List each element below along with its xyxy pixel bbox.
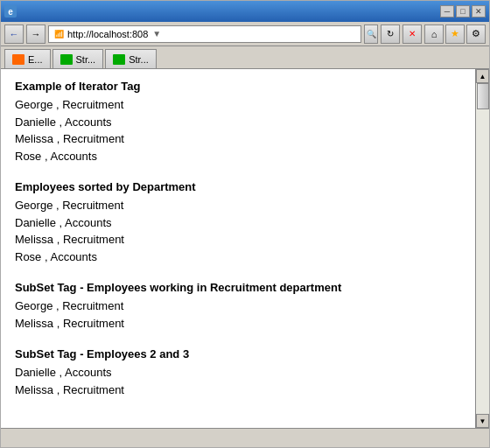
section-2-title: Employees sorted by Department [15,180,461,193]
home-button[interactable]: ⌂ [424,24,444,44]
forward-button[interactable]: → [26,24,46,44]
section-1-item-2: Danielle , Accounts [15,114,461,131]
section-4-item-2: Melissa , Recruitment [15,382,461,399]
section-4-title: SubSet Tag - Employees 2 and 3 [15,347,461,360]
address-text: http://localhost:808 [67,29,148,39]
tab-2[interactable]: Str... [52,49,104,68]
address-bar[interactable]: 📶 http://localhost:808 ▼ [48,25,361,43]
stop-button[interactable]: ✕ [402,24,422,44]
tab-bar: E... Str... Str... [1,46,489,69]
close-button[interactable]: ✕ [472,5,486,18]
section-2-item-1: George , Recruitment [15,197,461,214]
section-1-item-3: Melissa , Recruitment [15,130,461,148]
refresh-button[interactable]: ↻ [381,24,400,44]
tab-1-icon [12,54,24,65]
browser-window: e ─ □ ✕ ← → 📶 http://localhost:808 ▼ 🔍 ↻… [0,0,490,448]
scroll-up-button[interactable]: ▲ [476,69,489,83]
maximize-button[interactable]: □ [456,5,470,18]
section-1-item-1: George , Recruitment [15,96,461,114]
tab-2-icon [60,54,73,65]
title-bar: e ─ □ ✕ [1,1,489,22]
search-field[interactable]: 🔍 [364,24,378,44]
section-2-item-2: Danielle , Accounts [15,214,461,232]
tab-3-icon [113,54,125,65]
section-2: Employees sorted by DepartmentGeorge , R… [15,180,461,265]
address-dropdown-icon[interactable]: ▼ [152,29,161,38]
tools-button[interactable]: ⚙ [466,24,486,44]
status-bar [1,428,489,447]
section-3-title: SubSet Tag - Employees working in Recrui… [15,281,461,294]
vertical-scrollbar[interactable]: ▲ ▼ [475,69,489,428]
section-2-item-4: Rose , Accounts [15,248,461,266]
section-4-item-1: Danielle , Accounts [15,364,461,382]
content-area: Example of Iterator TagGeorge , Recruitm… [1,69,475,428]
address-bar-icon: 📶 [52,28,65,40]
scrollbar-area: Example of Iterator TagGeorge , Recruitm… [1,69,489,428]
back-button[interactable]: ← [4,24,24,44]
section-2-item-3: Melissa , Recruitment [15,231,461,248]
tab-2-label: Str... [76,54,96,65]
minimize-button[interactable]: ─ [440,5,454,18]
section-4: SubSet Tag - Employees 2 and 3Danielle ,… [15,347,461,398]
section-1-title: Example of Iterator Tag [15,80,461,93]
section-1: Example of Iterator TagGeorge , Recruitm… [15,80,461,164]
tab-3-label: Str... [129,54,149,65]
title-bar-left: e [4,5,17,18]
section-3-item-2: Melissa , Recruitment [15,315,461,332]
toolbar-right: ⌂ ★ ⚙ [424,24,486,44]
scroll-down-button[interactable]: ▼ [476,414,489,428]
scroll-track[interactable] [476,83,489,414]
section-3: SubSet Tag - Employees working in Recrui… [15,281,461,332]
section-3-item-1: George , Recruitment [15,298,461,315]
tab-3[interactable]: Str... [105,49,157,68]
scroll-thumb[interactable] [477,83,489,109]
browser-icon: e [4,5,17,18]
title-bar-buttons: ─ □ ✕ [440,5,486,18]
favorites-button[interactable]: ★ [445,24,465,44]
section-1-item-4: Rose , Accounts [15,148,461,165]
tab-1[interactable]: E... [4,49,51,68]
nav-bar: ← → 📶 http://localhost:808 ▼ 🔍 ↻ ✕ ⌂ ★ ⚙ [1,22,489,46]
tab-1-label: E... [28,54,43,65]
